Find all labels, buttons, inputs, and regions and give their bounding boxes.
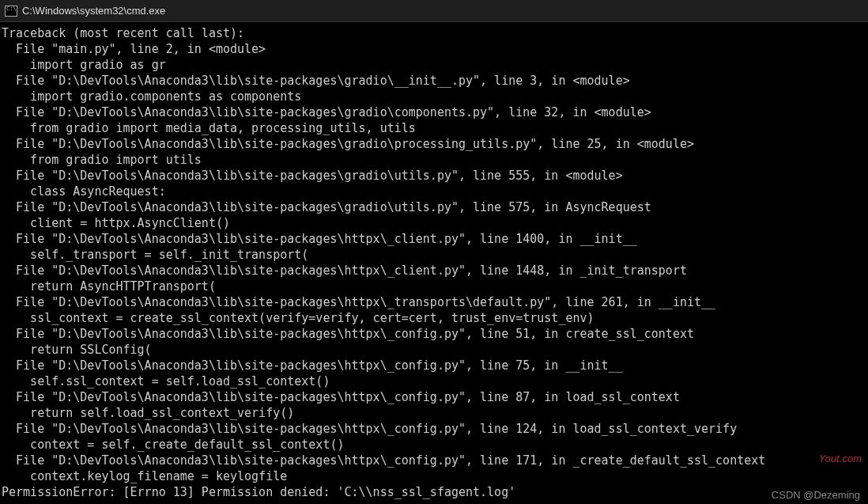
traceback-line: File "D:\DevTools\Anaconda3\lib\site-pac…	[2, 295, 715, 309]
traceback-line: return self.load_ssl_context_verify()	[2, 406, 294, 420]
traceback-line: File "D:\DevTools\Anaconda3\lib\site-pac…	[2, 169, 623, 183]
window-title: C:\Windows\system32\cmd.exe	[22, 5, 165, 17]
error-line: PermissionError: [Errno 13] Permission d…	[2, 485, 515, 499]
traceback-line: File "D:\DevTools\Anaconda3\lib\site-pac…	[2, 358, 623, 373]
traceback-line: File "D:\DevTools\Anaconda3\lib\site-pac…	[2, 327, 694, 341]
traceback-line: class AsyncRequest:	[2, 184, 166, 199]
traceback-line: return AsyncHTTPTransport(	[2, 279, 216, 294]
watermark-bottom: CSDN @Dezeming	[772, 489, 860, 501]
traceback-line: return SSLConfig(	[2, 343, 152, 357]
traceback-line: File "D:\DevTools\Anaconda3\lib\site-pac…	[2, 200, 651, 214]
traceback-line: File "D:\DevTools\Anaconda3\lib\site-pac…	[2, 232, 637, 246]
traceback-line: File "D:\DevTools\Anaconda3\lib\site-pac…	[2, 453, 765, 468]
titlebar[interactable]: C:\Windows\system32\cmd.exe	[0, 0, 868, 22]
watermark-right: Yout.com	[819, 453, 862, 464]
traceback-line: ssl_context = create_ssl_context(verify=…	[2, 311, 594, 325]
traceback-line: context = self._create_default_ssl_conte…	[2, 438, 344, 452]
traceback-line: context.keylog_filename = keylogfile	[2, 469, 287, 483]
traceback-line: Traceback (most recent call last):	[2, 26, 244, 40]
traceback-line: from gradio import utils	[2, 153, 202, 167]
traceback-line: self.ssl_context = self.load_ssl_context…	[2, 374, 330, 388]
traceback-line: File "D:\DevTools\Anaconda3\lib\site-pac…	[2, 422, 737, 436]
traceback-line: File "main.py", line 2, in <module>	[2, 42, 266, 56]
traceback-line: import gradio.components as components	[2, 89, 301, 104]
traceback-line: File "D:\DevTools\Anaconda3\lib\site-pac…	[2, 390, 680, 404]
terminal-output: Traceback (most recent call last): File …	[0, 22, 868, 503]
traceback-line: File "D:\DevTools\Anaconda3\lib\site-pac…	[2, 105, 651, 119]
traceback-line: client = httpx.AsyncClient()	[2, 216, 230, 230]
traceback-line: File "D:\DevTools\Anaconda3\lib\site-pac…	[2, 263, 687, 278]
traceback-line: from gradio import media_data, processin…	[2, 121, 416, 135]
traceback-line: import gradio as gr	[2, 58, 166, 72]
traceback-line: self._transport = self._init_transport(	[2, 248, 308, 262]
traceback-line: File "D:\DevTools\Anaconda3\lib\site-pac…	[2, 137, 694, 151]
traceback-line: File "D:\DevTools\Anaconda3\lib\site-pac…	[2, 74, 630, 88]
cmd-icon	[5, 6, 17, 17]
